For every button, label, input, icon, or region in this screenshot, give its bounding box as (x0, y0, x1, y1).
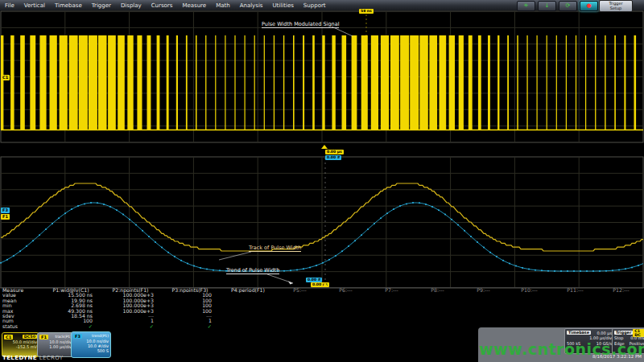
c1-level-tag[interactable]: C1 (1, 75, 10, 80)
c1-descriptor-box[interactable]: C1 DC50 50.0 mV/div -152.5 mV (2, 332, 39, 357)
record-icon: ● (586, 3, 591, 9)
refresh-icon: ⟳ (566, 3, 571, 9)
annotation-anchor-tag[interactable]: 58 ns (359, 9, 374, 14)
save-waveform-button[interactable]: ↓ (538, 1, 556, 11)
arrow-down-icon: ↓ (545, 3, 550, 9)
record-stop-button[interactable]: ● (580, 1, 598, 11)
measure-table: MeasureP1:wid@lv(C1)P2:npoints(F1)P3:npo… (0, 287, 644, 330)
measure-status-p8 (415, 324, 460, 329)
f1-function: track(P1) (55, 335, 72, 339)
menu-measure[interactable]: Measure (177, 2, 211, 9)
c1-coupling: DC50 (23, 335, 37, 339)
f3-descriptor-box[interactable]: F3 trend(P1) 10.0 ns/div 10.0 #/div 500 … (71, 331, 111, 358)
autosetup-button[interactable]: ✳ (517, 1, 535, 11)
menu-file[interactable]: File (0, 2, 19, 9)
measure-row-label-status: status (0, 324, 42, 329)
brand-logo: TELEDYNE LECROY (2, 355, 64, 361)
measure-status-p2: ✓ (100, 324, 161, 329)
timebase-title: Timebase (567, 331, 591, 335)
menu-vertical[interactable]: Vertical (19, 2, 50, 9)
trigger-title: Trigger (614, 331, 633, 335)
c1-offset: -152.5 mV (4, 344, 37, 349)
menu-analysis[interactable]: Analysis (235, 2, 268, 9)
annotation-track: Track of Pulse Width (249, 245, 301, 252)
measure-status-p5 (277, 324, 323, 329)
teledyne-wordmark: TELEDYNE (2, 355, 37, 361)
menu-utilities[interactable]: Utilities (268, 2, 299, 9)
annotation-pwm: Pulse Width Modulated Signal (262, 22, 339, 28)
menu-cursors[interactable]: Cursors (147, 2, 178, 9)
menu-timebase[interactable]: Timebase (50, 2, 87, 9)
menu-items: FileVerticalTimebaseTriggerDisplayCursor… (0, 2, 331, 9)
f1-descriptor-box[interactable]: F1 track(P1) 10.0 ns/div 1.00 µs/div (37, 332, 74, 357)
f3-badge: F3 (73, 334, 82, 339)
trigger-position-marker-top (321, 145, 328, 149)
menu-math[interactable]: Math (211, 2, 235, 9)
measure-status-p6 (323, 324, 369, 329)
trigger-setup-button[interactable]: Trigger Setup (599, 0, 633, 12)
timebase-delay: 0.00 µs (597, 331, 612, 335)
clear-sweeps-button[interactable]: ⟳ (559, 1, 577, 11)
f3-zero-marker-top[interactable]: 0.00 # (325, 155, 341, 160)
menu-display[interactable]: Display (116, 2, 147, 9)
c1-badge: C1 (4, 335, 13, 339)
asterisk-icon: ✳ (524, 3, 529, 9)
f1-zero-marker-top[interactable]: 0.00 µs (325, 150, 344, 154)
f1-badge: F1 (39, 335, 48, 339)
f3-level-tag[interactable]: F3 (1, 208, 10, 213)
oscilloscope-screen: FileVerticalTimebaseTriggerDisplayCursor… (0, 0, 644, 362)
f1-hdiv: 1.00 µs/div (39, 344, 72, 349)
f1-level-tag[interactable]: F1 (1, 214, 10, 220)
lecroy-wordmark: LECROY (39, 355, 64, 361)
menu-support[interactable]: Support (299, 2, 331, 9)
annotation-trend: Trend of Pulse Width (226, 268, 279, 274)
measure-status-p1: ✓ (42, 324, 100, 329)
f3-function: trend(P1) (92, 334, 109, 338)
f3-samples: 500 S (73, 348, 109, 353)
measure-status-p4 (219, 324, 277, 329)
menu-trigger[interactable]: Trigger (87, 2, 116, 9)
measure-status-p3: ✓ (161, 324, 219, 329)
watermark: www.cntronics.com (479, 340, 644, 358)
trigger-setup-line2: Setup (600, 6, 632, 10)
measure-status-p7 (369, 324, 415, 329)
toolbar: ✳↓⟳● (517, 1, 598, 11)
